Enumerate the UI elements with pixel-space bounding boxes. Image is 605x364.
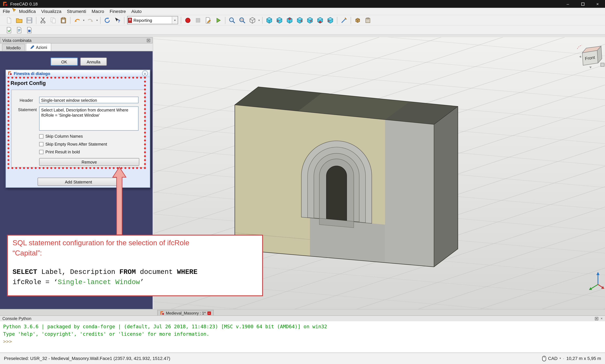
view-right-button[interactable]	[295, 15, 305, 25]
titlebar: FreeCAD 0.18 – ×	[0, 0, 605, 8]
console-close-icon[interactable]: ×	[601, 317, 603, 321]
pen-icon	[30, 45, 34, 49]
console-title: Console Python	[2, 316, 31, 321]
combined-view-title: Vista combinata	[2, 38, 32, 43]
save-file-button[interactable]	[24, 15, 34, 25]
view-rear-button[interactable]	[305, 15, 315, 25]
print-bold-row[interactable]: Print Result in bold	[39, 149, 80, 154]
skip-empty-rows-checkbox[interactable]	[39, 142, 43, 146]
header-label: Header	[20, 98, 33, 103]
skip-empty-rows-row[interactable]: Skip Empty Rows After Statement	[39, 142, 107, 146]
freecad-logo-icon	[160, 311, 164, 315]
annotation-sql-line1: SELECT Label, Description FROM document …	[13, 267, 257, 277]
minimize-button[interactable]: –	[560, 0, 575, 8]
record-macro-button[interactable]	[183, 15, 193, 25]
menu-aiuto[interactable]: Aiuto	[129, 8, 144, 15]
tab-azioni[interactable]: Azioni	[26, 43, 52, 51]
macro-doc-1-button[interactable]	[4, 25, 14, 35]
annotation-heading-line1: SQL statement configuration for the sele…	[13, 238, 257, 248]
paste-button[interactable]	[58, 15, 68, 25]
maximize-button[interactable]	[575, 0, 590, 8]
undo-dropdown-icon[interactable]: ▾	[82, 19, 85, 22]
zoom-fit-button[interactable]	[227, 15, 237, 25]
workbench-selector[interactable]: Reporting ▾	[127, 16, 178, 24]
toolbar-main: ▾ ▾ ? Reporting ▾ ▾	[0, 15, 605, 26]
console-float-icon[interactable]	[595, 317, 598, 320]
annotation-callout: SQL statement configuration for the sele…	[7, 235, 263, 296]
undo-button[interactable]	[72, 15, 82, 25]
window-title: FreeCAD 0.18	[10, 2, 38, 6]
document-tab-label: Medieval_Masonry : 1*	[166, 311, 206, 315]
menu-strumenti[interactable]: Strumenti	[64, 8, 89, 15]
combined-view-header: Vista combinata	[0, 37, 153, 43]
navigation-cube[interactable]: Front	[577, 45, 605, 68]
workbench-caret-icon: ▾	[172, 16, 178, 24]
ok-button[interactable]: OK	[51, 58, 78, 66]
print-bold-checkbox[interactable]	[39, 150, 43, 154]
clipboard-tool-button[interactable]	[363, 15, 373, 25]
menu-visualizza[interactable]: Visualizza	[39, 8, 64, 15]
cancel-button[interactable]: Annulla	[80, 58, 107, 66]
statement-groupbox: Header Statement Select Label, Descripti…	[11, 90, 145, 168]
tab-modello[interactable]: Modello	[2, 44, 25, 51]
mouse-icon	[542, 356, 546, 361]
stop-macro-button[interactable]	[193, 15, 203, 25]
measure-button[interactable]	[339, 15, 349, 25]
dialog-collapse-button[interactable]: ▴	[142, 70, 148, 76]
statement-textarea[interactable]: Select Label, Description from document …	[39, 106, 139, 131]
view-left-button[interactable]	[325, 15, 335, 25]
new-file-button[interactable]	[4, 15, 14, 25]
box-tool-button[interactable]	[353, 15, 363, 25]
freecad-logo-icon	[8, 71, 12, 76]
macro-doc-2-button[interactable]	[14, 25, 24, 35]
annotation-sql-line2: ifcRole = ‘Single-lancet Window’	[13, 277, 257, 287]
skip-column-names-checkbox[interactable]	[39, 134, 43, 138]
play-macro-button[interactable]	[213, 15, 224, 25]
view-axonometric-button[interactable]	[264, 15, 274, 25]
redo-button[interactable]	[85, 15, 95, 25]
draw-style-caret-icon[interactable]: ▾	[257, 19, 261, 22]
skip-column-names-row[interactable]: Skip Column Names	[39, 134, 83, 139]
combined-view-tabbar: Modello Azioni	[0, 43, 153, 51]
menu-macro[interactable]: Macro	[89, 8, 107, 15]
menu-file[interactable]: File	[0, 8, 13, 15]
report-config-dialog: Finestra di dialogo ▴ Report Config Head…	[5, 70, 150, 188]
console-line: Type 'help', 'copyright', 'credits' or '…	[3, 330, 605, 338]
document-close-icon[interactable]: ×	[207, 312, 211, 315]
menu-modifica[interactable]: Modifica	[16, 8, 38, 15]
view-top-button[interactable]	[284, 15, 295, 25]
copy-button[interactable]	[48, 15, 58, 25]
close-button[interactable]: ×	[590, 0, 605, 8]
mouse-cursor-artifact	[12, 8, 16, 13]
menu-finestre[interactable]: Finestre	[107, 8, 129, 15]
refresh-button[interactable]	[102, 15, 112, 25]
open-file-button[interactable]	[14, 15, 24, 25]
nav-style-caret-icon[interactable]: ▾	[560, 357, 561, 360]
console-prompt[interactable]: >>>	[3, 338, 605, 345]
remove-button[interactable]: Remove	[39, 158, 139, 166]
console-line: Python 3.6.6 | packaged by conda-forge |…	[3, 323, 605, 330]
nav-style-selector[interactable]: CAD	[548, 356, 558, 361]
freecad-window: FreeCAD 0.18 – × File Modifica Visualizz…	[0, 0, 605, 364]
edit-macro-button[interactable]	[203, 15, 213, 25]
status-dot: ·	[563, 356, 564, 361]
redo-dropdown-icon[interactable]: ▾	[95, 19, 99, 22]
view-front-button[interactable]	[274, 15, 284, 25]
dock-float-icon[interactable]	[147, 39, 150, 42]
workbench-value: Reporting	[132, 18, 172, 23]
whatsthis-button[interactable]: ?	[112, 15, 122, 25]
statusbar: Preselected: USR_32 - Medieval_Masonry.W…	[0, 352, 605, 364]
dialog-titlebar[interactable]: Finestra di dialogo ▴	[6, 70, 150, 77]
workbench-icon	[128, 17, 132, 23]
navcube-settings-icon	[601, 63, 604, 66]
document-tab-strip: Medieval_Masonry : 1* ×	[0, 309, 605, 316]
view-bottom-button[interactable]	[315, 15, 325, 25]
add-statement-button[interactable]: Add Statement	[38, 178, 119, 186]
cut-button[interactable]	[38, 15, 48, 25]
python-console[interactable]: Python 3.6.6 | packaged by conda-forge |…	[0, 321, 605, 352]
macro-doc-3-button[interactable]	[24, 25, 34, 35]
header-input[interactable]	[39, 97, 139, 103]
zoom-region-button[interactable]	[237, 15, 247, 25]
draw-style-button[interactable]	[247, 15, 257, 25]
masonry-wall-model	[235, 87, 458, 267]
